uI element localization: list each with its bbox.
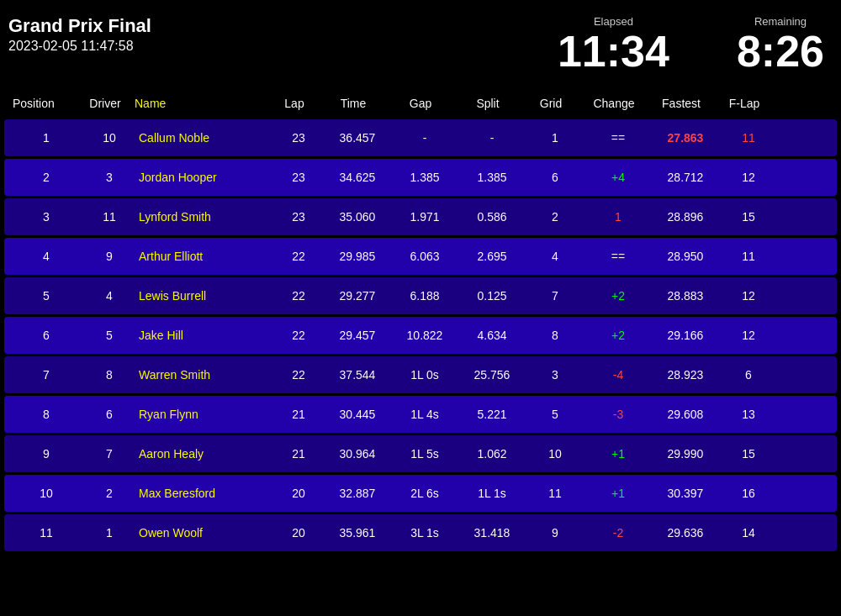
- cell-fastest: 28.712: [652, 171, 719, 184]
- cell-lap: 21: [273, 447, 324, 461]
- col-driver: Driver: [76, 97, 135, 110]
- cell-driver: 6: [80, 408, 139, 421]
- cell-flap: 11: [719, 131, 778, 145]
- cell-name: Jordan Hooper: [139, 171, 273, 184]
- cell-position: 4: [13, 250, 80, 263]
- cell-flap: 15: [719, 210, 778, 224]
- cell-grid: 6: [526, 171, 584, 184]
- cell-name: Callum Noble: [139, 131, 273, 145]
- cell-time: 32.887: [324, 487, 391, 500]
- cell-time: 29.457: [324, 329, 391, 342]
- cell-driver: 8: [80, 368, 139, 382]
- cell-fastest: 27.863: [652, 131, 719, 145]
- cell-position: 1: [13, 131, 80, 145]
- cell-name: Lewis Burrell: [139, 289, 273, 303]
- race-datetime: 2023-02-05 11:47:58: [8, 39, 151, 54]
- cell-gap: 1.385: [391, 171, 458, 184]
- cell-driver: 3: [80, 171, 139, 184]
- cell-gap: 3L 1s: [391, 526, 458, 540]
- cell-time: 36.457: [324, 131, 391, 145]
- cell-change: 1: [584, 210, 652, 224]
- col-grid: Grid: [521, 97, 580, 110]
- cell-lap: 23: [273, 210, 324, 224]
- cell-driver: 7: [80, 447, 139, 461]
- cell-change: -4: [584, 368, 652, 382]
- cell-flap: 16: [719, 487, 778, 500]
- cell-split: 1.385: [458, 171, 526, 184]
- cell-time: 29.277: [324, 289, 391, 303]
- cell-name: Aaron Healy: [139, 447, 273, 461]
- cell-grid: 1: [526, 131, 584, 145]
- cell-flap: 15: [719, 447, 778, 461]
- remaining-timer: Remaining 8:26: [737, 15, 824, 73]
- cell-change: +2: [584, 329, 652, 342]
- cell-fastest: 28.950: [652, 250, 719, 263]
- cell-flap: 11: [719, 250, 778, 263]
- cell-driver: 11: [80, 210, 139, 224]
- column-headers: Position Driver Name Lap Time Gap Split …: [0, 90, 841, 117]
- cell-gap: 6.188: [391, 289, 458, 303]
- cell-name: Max Beresford: [139, 487, 273, 500]
- col-lap: Lap: [269, 97, 320, 110]
- cell-grid: 10: [526, 447, 584, 461]
- cell-time: 30.445: [324, 408, 391, 421]
- cell-grid: 11: [526, 487, 584, 500]
- cell-fastest: 30.397: [652, 487, 719, 500]
- table-row: 10 2 Max Beresford 20 32.887 2L 6s 1L 1s…: [4, 475, 837, 512]
- cell-name: Arthur Elliott: [139, 250, 273, 263]
- cell-change: ==: [584, 250, 652, 263]
- cell-flap: 12: [719, 289, 778, 303]
- cell-split: 1.062: [458, 447, 526, 461]
- cell-time: 37.544: [324, 368, 391, 382]
- elapsed-value: 11:34: [558, 29, 669, 73]
- header: Grand Prix Final 2023-02-05 11:47:58 Ela…: [0, 0, 841, 82]
- cell-split: 31.418: [458, 526, 526, 540]
- cell-lap: 22: [273, 368, 324, 382]
- cell-time: 30.964: [324, 447, 391, 461]
- cell-fastest: 29.166: [652, 329, 719, 342]
- cell-change: +1: [584, 447, 652, 461]
- cell-lap: 22: [273, 329, 324, 342]
- cell-lap: 21: [273, 408, 324, 421]
- cell-fastest: 28.896: [652, 210, 719, 224]
- cell-time: 35.060: [324, 210, 391, 224]
- race-title: Grand Prix Final: [8, 15, 151, 37]
- remaining-label: Remaining: [754, 15, 807, 28]
- cell-grid: 3: [526, 368, 584, 382]
- cell-position: 3: [13, 210, 80, 224]
- cell-fastest: 28.923: [652, 368, 719, 382]
- cell-change: +1: [584, 487, 652, 500]
- cell-time: 35.961: [324, 526, 391, 540]
- cell-split: 0.125: [458, 289, 526, 303]
- cell-grid: 5: [526, 408, 584, 421]
- cell-split: 1L 1s: [458, 487, 526, 500]
- cell-grid: 7: [526, 289, 584, 303]
- cell-lap: 22: [273, 250, 324, 263]
- cell-name: Warren Smith: [139, 368, 273, 382]
- elapsed-label: Elapsed: [594, 15, 633, 28]
- cell-split: 4.634: [458, 329, 526, 342]
- cell-name: Jake Hill: [139, 329, 273, 342]
- cell-flap: 12: [719, 329, 778, 342]
- cell-gap: -: [391, 131, 458, 145]
- cell-split: 25.756: [458, 368, 526, 382]
- table-row: 3 11 Lynford Smith 23 35.060 1.971 0.586…: [4, 198, 837, 235]
- cell-lap: 20: [273, 526, 324, 540]
- cell-gap: 6.063: [391, 250, 458, 263]
- col-split: Split: [454, 97, 521, 110]
- cell-driver: 10: [80, 131, 139, 145]
- cell-lap: 23: [273, 131, 324, 145]
- cell-fastest: 29.636: [652, 526, 719, 540]
- rows-container: 1 10 Callum Noble 23 36.457 - - 1 == 27.…: [0, 119, 841, 551]
- cell-change: ==: [584, 131, 652, 145]
- cell-driver: 1: [80, 526, 139, 540]
- col-position: Position: [8, 97, 76, 110]
- remaining-value: 8:26: [737, 29, 824, 73]
- cell-lap: 22: [273, 289, 324, 303]
- table-row: 11 1 Owen Woolf 20 35.961 3L 1s 31.418 9…: [4, 514, 837, 551]
- cell-gap: 2L 6s: [391, 487, 458, 500]
- cell-position: 9: [13, 447, 80, 461]
- cell-gap: 1.971: [391, 210, 458, 224]
- cell-split: -: [458, 131, 526, 145]
- col-flap: F-Lap: [715, 97, 774, 110]
